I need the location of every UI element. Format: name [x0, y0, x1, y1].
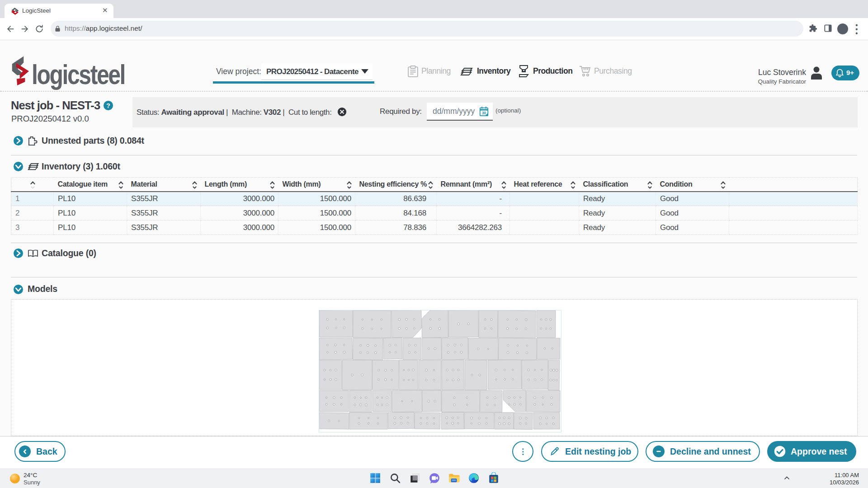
svg-text:30: 30 [482, 111, 486, 115]
svg-text:?: ? [106, 102, 110, 109]
svg-text:logicsteel: logicsteel [32, 59, 125, 90]
